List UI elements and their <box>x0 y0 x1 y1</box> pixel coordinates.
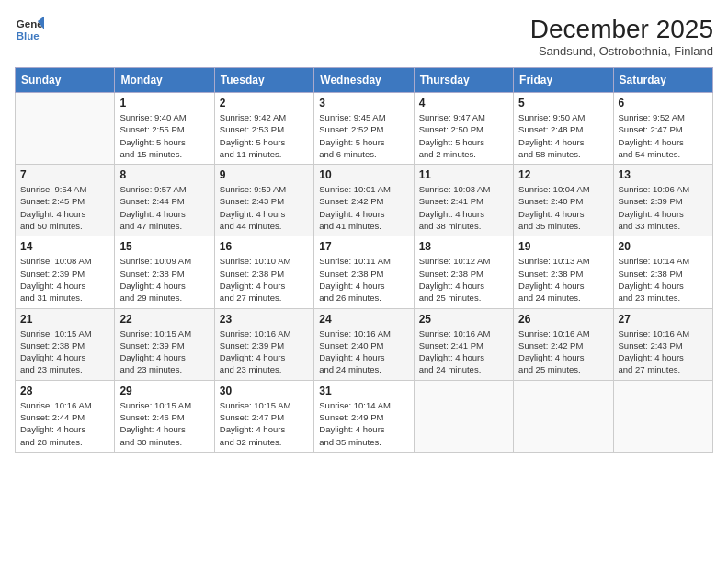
day-info: Sunrise: 10:13 AMSunset: 2:38 PMDaylight… <box>518 255 608 304</box>
page-title: December 2025 <box>530 15 713 44</box>
day-info: Sunrise: 10:16 AMSunset: 2:43 PMDaylight… <box>619 327 708 376</box>
page-subtitle: Sandsund, Ostrobothnia, Finland <box>530 44 713 58</box>
calendar-cell: 31Sunrise: 10:14 AMSunset: 2:49 PMDaylig… <box>314 380 414 452</box>
calendar-cell: 22Sunrise: 10:15 AMSunset: 2:39 PMDaylig… <box>115 308 214 380</box>
day-info: Sunrise: 9:57 AMSunset: 2:44 PMDaylight:… <box>119 183 209 232</box>
day-info: Sunrise: 10:15 AMSunset: 2:39 PMDaylight… <box>119 327 209 376</box>
day-number: 7 <box>20 168 109 181</box>
day-info: Sunrise: 9:50 AMSunset: 2:48 PMDaylight:… <box>518 111 608 160</box>
calendar-cell: 13Sunrise: 10:06 AMSunset: 2:39 PMDaylig… <box>613 165 712 236</box>
svg-text:Blue: Blue <box>17 30 40 41</box>
calendar-cell: 26Sunrise: 10:16 AMSunset: 2:42 PMDaylig… <box>514 308 613 380</box>
day-number: 14 <box>20 240 109 253</box>
calendar-cell: 6Sunrise: 9:52 AMSunset: 2:47 PMDaylight… <box>613 93 712 165</box>
page-header: General Blue December 2025 Sandsund, Ost… <box>15 15 713 58</box>
day-number: 3 <box>319 97 408 109</box>
day-number: 29 <box>119 385 209 397</box>
header-friday: Friday <box>514 68 613 93</box>
day-info: Sunrise: 9:40 AMSunset: 2:55 PMDaylight:… <box>119 111 209 160</box>
day-info: Sunrise: 10:12 AMSunset: 2:38 PMDaylight… <box>419 255 508 304</box>
calendar-cell: 1Sunrise: 9:40 AMSunset: 2:55 PMDaylight… <box>115 93 214 165</box>
calendar-header-row: SundayMondayTuesdayWednesdayThursdayFrid… <box>16 68 713 93</box>
calendar-cell: 16Sunrise: 10:10 AMSunset: 2:38 PMDaylig… <box>214 236 313 308</box>
day-info: Sunrise: 10:09 AMSunset: 2:38 PMDaylight… <box>119 255 209 304</box>
calendar-cell: 23Sunrise: 10:16 AMSunset: 2:39 PMDaylig… <box>214 308 313 380</box>
day-number: 1 <box>119 97 209 109</box>
day-number: 12 <box>518 168 608 181</box>
calendar-cell: 19Sunrise: 10:13 AMSunset: 2:38 PMDaylig… <box>514 236 613 308</box>
day-info: Sunrise: 10:08 AMSunset: 2:39 PMDaylight… <box>20 255 109 304</box>
calendar-cell: 20Sunrise: 10:14 AMSunset: 2:38 PMDaylig… <box>613 236 712 308</box>
day-number: 17 <box>319 240 408 253</box>
calendar-week-row: 7Sunrise: 9:54 AMSunset: 2:45 PMDaylight… <box>16 165 713 236</box>
day-number: 13 <box>619 168 708 181</box>
calendar-cell: 24Sunrise: 10:16 AMSunset: 2:40 PMDaylig… <box>314 308 414 380</box>
day-number: 19 <box>518 240 608 253</box>
calendar-week-row: 14Sunrise: 10:08 AMSunset: 2:39 PMDaylig… <box>16 236 713 308</box>
calendar-cell <box>613 380 712 452</box>
day-number: 25 <box>419 313 508 326</box>
calendar-cell: 14Sunrise: 10:08 AMSunset: 2:39 PMDaylig… <box>16 236 115 308</box>
day-info: Sunrise: 10:16 AMSunset: 2:39 PMDaylight… <box>220 327 309 376</box>
day-info: Sunrise: 10:11 AMSunset: 2:38 PMDaylight… <box>319 255 408 304</box>
day-number: 15 <box>119 240 209 253</box>
calendar-cell: 2Sunrise: 9:42 AMSunset: 2:53 PMDaylight… <box>214 93 313 165</box>
day-info: Sunrise: 9:47 AMSunset: 2:50 PMDaylight:… <box>419 111 508 160</box>
day-info: Sunrise: 9:42 AMSunset: 2:53 PMDaylight:… <box>220 111 309 160</box>
header-wednesday: Wednesday <box>314 68 414 93</box>
day-info: Sunrise: 10:01 AMSunset: 2:42 PMDaylight… <box>319 183 408 232</box>
calendar-cell: 8Sunrise: 9:57 AMSunset: 2:44 PMDaylight… <box>115 165 214 236</box>
day-number: 6 <box>619 97 708 109</box>
day-info: Sunrise: 10:15 AMSunset: 2:38 PMDaylight… <box>20 327 109 376</box>
day-info: Sunrise: 10:16 AMSunset: 2:44 PMDaylight… <box>20 399 109 448</box>
header-saturday: Saturday <box>613 68 712 93</box>
day-info: Sunrise: 10:16 AMSunset: 2:42 PMDaylight… <box>518 327 608 376</box>
day-info: Sunrise: 9:45 AMSunset: 2:52 PMDaylight:… <box>319 111 408 160</box>
day-number: 2 <box>220 97 309 109</box>
day-info: Sunrise: 10:10 AMSunset: 2:38 PMDaylight… <box>220 255 309 304</box>
day-info: Sunrise: 10:06 AMSunset: 2:39 PMDaylight… <box>619 183 708 232</box>
day-info: Sunrise: 9:52 AMSunset: 2:47 PMDaylight:… <box>619 111 708 160</box>
calendar-cell <box>16 93 115 165</box>
day-info: Sunrise: 10:14 AMSunset: 2:38 PMDaylight… <box>619 255 708 304</box>
calendar-cell: 15Sunrise: 10:09 AMSunset: 2:38 PMDaylig… <box>115 236 214 308</box>
calendar-week-row: 21Sunrise: 10:15 AMSunset: 2:38 PMDaylig… <box>16 308 713 380</box>
calendar-cell: 21Sunrise: 10:15 AMSunset: 2:38 PMDaylig… <box>16 308 115 380</box>
day-info: Sunrise: 10:15 AMSunset: 2:47 PMDaylight… <box>220 399 309 448</box>
day-number: 4 <box>419 97 508 109</box>
calendar-cell: 30Sunrise: 10:15 AMSunset: 2:47 PMDaylig… <box>214 380 313 452</box>
calendar-cell: 25Sunrise: 10:16 AMSunset: 2:41 PMDaylig… <box>414 308 513 380</box>
calendar-week-row: 28Sunrise: 10:16 AMSunset: 2:44 PMDaylig… <box>16 380 713 452</box>
calendar-cell: 5Sunrise: 9:50 AMSunset: 2:48 PMDaylight… <box>514 93 613 165</box>
day-number: 30 <box>220 385 309 397</box>
day-number: 22 <box>119 313 209 326</box>
day-number: 23 <box>220 313 309 326</box>
day-number: 31 <box>319 385 408 397</box>
calendar-cell: 29Sunrise: 10:15 AMSunset: 2:46 PMDaylig… <box>115 380 214 452</box>
day-info: Sunrise: 10:14 AMSunset: 2:49 PMDaylight… <box>319 399 408 448</box>
day-info: Sunrise: 10:16 AMSunset: 2:41 PMDaylight… <box>419 327 508 376</box>
day-number: 28 <box>20 385 109 397</box>
calendar-cell: 18Sunrise: 10:12 AMSunset: 2:38 PMDaylig… <box>414 236 513 308</box>
day-number: 21 <box>20 313 109 326</box>
calendar-table: SundayMondayTuesdayWednesdayThursdayFrid… <box>15 67 713 453</box>
day-info: Sunrise: 9:59 AMSunset: 2:43 PMDaylight:… <box>220 183 309 232</box>
header-monday: Monday <box>115 68 214 93</box>
day-number: 18 <box>419 240 508 253</box>
day-number: 16 <box>220 240 309 253</box>
logo-icon: General Blue <box>15 15 44 44</box>
logo: General Blue <box>15 15 44 44</box>
calendar-cell: 10Sunrise: 10:01 AMSunset: 2:42 PMDaylig… <box>314 165 414 236</box>
calendar-cell <box>414 380 513 452</box>
header-sunday: Sunday <box>16 68 115 93</box>
day-number: 20 <box>619 240 708 253</box>
calendar-cell <box>514 380 613 452</box>
calendar-cell: 27Sunrise: 10:16 AMSunset: 2:43 PMDaylig… <box>613 308 712 380</box>
day-info: Sunrise: 10:04 AMSunset: 2:40 PMDaylight… <box>518 183 608 232</box>
day-number: 24 <box>319 313 408 326</box>
day-number: 11 <box>419 168 508 181</box>
calendar-cell: 12Sunrise: 10:04 AMSunset: 2:40 PMDaylig… <box>514 165 613 236</box>
day-number: 9 <box>220 168 309 181</box>
calendar-cell: 3Sunrise: 9:45 AMSunset: 2:52 PMDaylight… <box>314 93 414 165</box>
day-number: 5 <box>518 97 608 109</box>
